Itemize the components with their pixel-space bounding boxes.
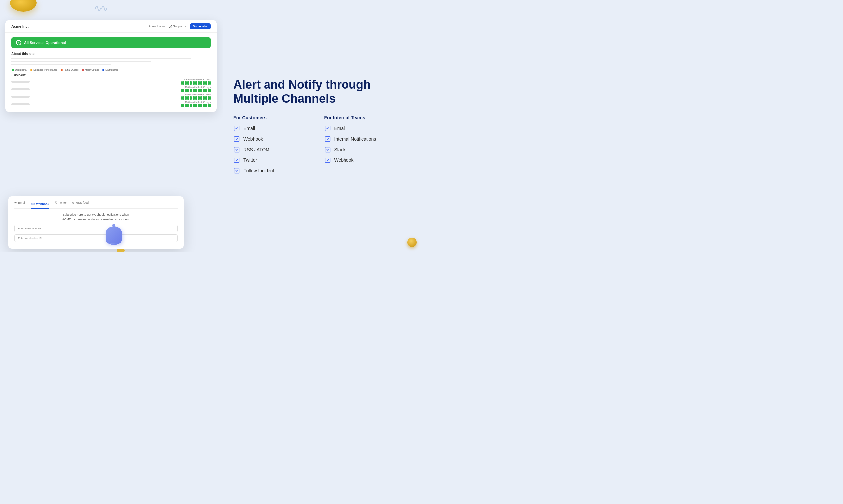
region-section: ▾ US EAST 99.9% on the last 90 days [11,74,211,107]
service-name-4 [11,104,30,105]
dot-operational [12,69,14,71]
check-icon-int-webhook [324,157,331,163]
service-right-4: 100% on the last 90 days [181,101,211,107]
check-icon-follow [233,167,240,174]
region-name: US EAST [14,74,25,77]
status-banner: ✓ All Services Operational [11,37,211,48]
channel-item-twitter: Twitter [233,157,317,163]
check-icon-email [233,125,240,132]
right-title: Alert and Notify through Multiple Channe… [233,77,408,106]
internal-item-webhook: Webhook [324,157,408,163]
bell-body [105,227,122,244]
customers-column: For Customers Email Webhook [233,115,317,178]
skeleton-line-2 [11,61,151,62]
legend-degraded: Degraded Performance [30,69,57,71]
internal-webhook-label: Webhook [334,158,354,163]
region-chevron-icon: ▾ [11,74,13,77]
internal-heading: For Internal Teams [324,115,408,120]
check-icon-int-slack [324,146,331,153]
navbar: Acme Inc. Agent Login ? Support ▾ Subscr… [5,20,217,33]
legend-partial: Partial Outage [61,69,79,71]
tab-webhook-label: Webhook [36,202,49,205]
nav-brand: Acme Inc. [11,24,29,28]
service-right-3: 100% on the last 90 days [181,93,211,100]
tab-rss-label: RSS feed [76,201,89,204]
internal-item-email: Email [324,125,408,132]
bar-chart-2 [181,89,211,92]
service-row-3: 100% on the last 90 days [11,93,211,100]
uptime-4: 100% on the last 90 days [185,101,211,104]
service-name-1 [11,80,30,83]
service-row-1: 99.9% on the last 90 days [11,78,211,85]
internal-item-notifications: Internal Notifications [324,136,408,142]
page-container: ∿∿ Acme Inc. Agent Login ? Support ▾ Sub… [0,0,422,252]
tab-email[interactable]: ✉ Email [14,201,25,205]
internal-column: For Internal Teams Email Internal Notifi… [324,115,408,178]
subscription-modal: ✉ Email </> Webhook 𝕏 Twitter ⊕ RSS feed… [8,196,184,249]
legend-maintenance: Maintenance [102,69,119,71]
dot-partial [61,69,63,71]
tab-twitter-label: Twitter [58,201,67,204]
status-banner-text: All Services Operational [24,41,66,45]
bar-chart-3 [181,96,211,100]
tab-rss[interactable]: ⊕ RSS feed [72,201,89,205]
internal-notifications-label: Internal Notifications [334,136,376,142]
service-right-2: 100% on the last 90 days [181,86,211,92]
agent-login-link[interactable]: Agent Login [149,24,165,28]
legend-operational: Operational [12,69,27,71]
support-icon: ? [169,24,172,28]
dot-degraded [30,69,32,71]
region-header: ▾ US EAST [11,74,211,77]
legend-bar: Operational Degraded Performance Partial… [11,69,211,71]
check-icon-webhook [233,136,240,142]
modal-tabs: ✉ Email </> Webhook 𝕏 Twitter ⊕ RSS feed [14,201,177,209]
webhook-input[interactable] [14,234,177,242]
squiggle-decoration: ∿∿ [94,3,106,14]
channel-item-email: Email [233,125,317,132]
dot-maintenance [102,69,104,71]
channels-grid: For Customers Email Webhook [233,115,408,178]
support-link[interactable]: ? Support ▾ [169,24,186,28]
customers-heading: For Customers [233,115,317,120]
status-page-card: Acme Inc. Agent Login ? Support ▾ Subscr… [5,20,217,112]
chevron-down-icon: ▾ [185,25,186,28]
email-input[interactable] [14,225,177,232]
tab-twitter[interactable]: 𝕏 Twitter [55,201,67,205]
service-row-2: 100% on the last 90 days [11,86,211,92]
service-row-4: 100% on the last 90 days [11,101,211,107]
channel-item-follow: Follow Incident [233,167,317,174]
about-title: About this site [11,52,211,56]
webhook-tab-icon: </> [31,202,35,205]
status-body: ✓ All Services Operational About this si… [5,33,217,112]
internal-email-label: Email [334,126,346,131]
bar-chart-1 [181,81,211,85]
email-tab-icon: ✉ [14,201,17,204]
internal-item-slack: Slack [324,146,408,153]
gold-sphere-decoration [10,0,36,12]
channel-item-webhook: Webhook [233,136,317,142]
tab-webhook[interactable]: </> Webhook [31,201,49,209]
twitter-tab-icon: 𝕏 [55,201,57,204]
subscribe-button[interactable]: Subscribe [190,23,211,29]
internal-slack-label: Slack [334,147,345,152]
tab-email-label: Email [18,201,25,204]
check-icon-rss [233,146,240,153]
service-name-3 [11,96,30,98]
gold-ball-small-decoration [407,238,416,247]
modal-description: Subscribe here to get Webhook notificati… [14,213,177,221]
customer-webhook-label: Webhook [243,136,263,142]
check-circle-icon: ✓ [16,40,21,46]
customer-rss-label: RSS / ATOM [243,147,270,152]
bell-shape [105,224,123,245]
nav-links: Agent Login ? Support ▾ Subscribe [149,23,211,29]
bell-bottom [110,243,118,245]
skeleton-line-1 [11,58,191,59]
customer-email-label: Email [243,126,255,131]
channel-item-rss: RSS / ATOM [233,146,317,153]
check-icon-int-email [324,125,331,132]
bell-decoration [105,224,123,245]
service-right-1: 99.9% on the last 90 days [181,78,211,85]
uptime-1: 99.9% on the last 90 days [184,78,211,80]
customer-follow-label: Follow Incident [243,168,274,174]
legend-major: Major Outage [82,69,99,71]
